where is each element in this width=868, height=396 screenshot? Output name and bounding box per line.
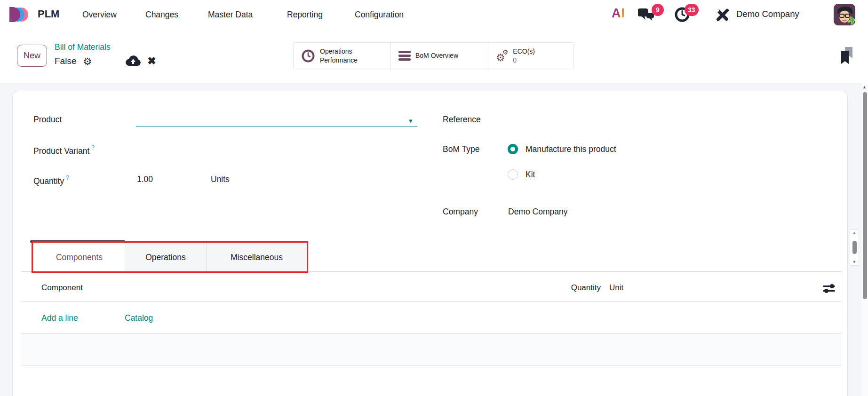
control-panel: New Bill of Materials False ⚙ ✖ <box>0 29 868 83</box>
list-icon <box>398 49 411 62</box>
eco-button[interactable]: ⚙⚙ ECO(s) 0 <box>488 43 573 69</box>
nav-item-changes[interactable]: Changes <box>145 10 178 20</box>
reference-label: Reference <box>443 115 481 125</box>
nav-item-overview[interactable]: Overview <box>82 10 117 20</box>
quantity-value[interactable]: 1.00 <box>137 174 153 184</box>
scrollbar-thumb[interactable] <box>863 92 867 299</box>
dropdown-caret-icon[interactable]: ▾ <box>409 117 413 125</box>
activities-badge: 33 <box>685 4 699 16</box>
stat-label: Performance <box>320 56 358 64</box>
column-header-unit[interactable]: Unit <box>609 283 623 293</box>
product-variant-label: Product Variant? <box>33 144 95 156</box>
record-name: False <box>55 56 76 66</box>
discard-icon[interactable]: ✖ <box>147 56 156 66</box>
odoo-logo-icon[interactable] <box>7 5 28 24</box>
gear-actions-icon[interactable]: ⚙ <box>83 56 92 66</box>
company-value[interactable]: Demo Company <box>508 207 567 217</box>
stat-label: ECO(s) <box>513 48 535 55</box>
operations-performance-button[interactable]: Operations Performance <box>294 43 391 69</box>
quantity-label: Quantity? <box>33 174 69 186</box>
stat-label: BoM Overview <box>415 51 458 60</box>
ai-icon[interactable]: AI <box>612 6 625 21</box>
catalog-link[interactable]: Catalog <box>125 313 153 323</box>
top-navbar: PLM Overview Changes Master Data Reporti… <box>0 0 868 29</box>
nav-item-master-data[interactable]: Master Data <box>208 10 253 20</box>
quantity-unit[interactable]: Units <box>211 174 230 184</box>
column-header-component[interactable]: Component <box>41 283 83 293</box>
scrollbar-thumb[interactable] <box>852 241 857 254</box>
table-divider <box>21 301 842 302</box>
radio-checked-icon[interactable] <box>508 144 518 154</box>
scroll-up-icon[interactable]: ▲ <box>852 230 857 235</box>
add-line-link[interactable]: Add a line <box>41 313 78 323</box>
tab-operations[interactable]: Operations <box>125 243 207 272</box>
stat-button-group: Operations Performance BoM Overview ⚙⚙ E… <box>293 42 574 69</box>
empty-list-stripe <box>21 334 842 366</box>
user-avatar[interactable]: ✈ <box>834 4 855 25</box>
form-sheet: Product ▾ Product Variant? Quantity? 1.0… <box>12 91 848 396</box>
product-label: Product <box>33 115 62 125</box>
company-label: Company <box>443 207 478 217</box>
bom-type-option-kit[interactable]: Kit <box>508 169 535 180</box>
browser-scrollbar[interactable]: ▲ <box>861 83 868 396</box>
save-cloud-icon[interactable] <box>126 55 141 67</box>
gears-icon: ⚙⚙ <box>496 49 508 63</box>
content-area: Product ▾ Product Variant? Quantity? 1.0… <box>0 83 868 396</box>
tools-icon[interactable] <box>714 8 730 23</box>
help-icon: ? <box>91 144 95 151</box>
messages-badge: 9 <box>652 4 664 16</box>
plm-app-window: PLM Overview Changes Master Data Reporti… <box>0 0 868 396</box>
nav-item-reporting[interactable]: Reporting <box>287 10 323 20</box>
tabs-divider <box>21 271 842 272</box>
inner-scrollbar[interactable]: ▲ ▼ <box>850 229 859 266</box>
new-button[interactable]: New <box>17 45 47 67</box>
tab-components[interactable]: Components <box>33 243 125 272</box>
clock-icon <box>301 49 315 63</box>
bom-overview-button[interactable]: BoM Overview <box>391 43 488 69</box>
out-of-office-plane-icon: ✈ <box>846 13 855 25</box>
breadcrumb[interactable]: Bill of Materials <box>55 42 111 52</box>
column-header-quantity[interactable]: Quantity <box>542 283 601 293</box>
stat-label: Operations <box>320 48 352 55</box>
help-icon: ? <box>66 174 69 181</box>
scroll-up-icon[interactable]: ▲ <box>862 85 867 89</box>
bookmark-icon[interactable] <box>837 46 857 68</box>
app-name[interactable]: PLM <box>38 8 59 20</box>
radio-unchecked-icon[interactable] <box>508 169 518 180</box>
scroll-down-icon[interactable]: ▼ <box>852 260 857 264</box>
tab-miscellaneous[interactable]: Miscellaneous <box>207 243 307 272</box>
product-input[interactable] <box>136 112 417 127</box>
optional-columns-icon[interactable] <box>823 284 835 293</box>
bom-type-label: BoM Type <box>443 144 479 154</box>
stat-value: 0 <box>513 56 517 64</box>
nav-item-configuration[interactable]: Configuration <box>355 10 404 20</box>
bom-type-option-manufacture[interactable]: Manufacture this product <box>508 144 616 154</box>
company-switcher[interactable]: Demo Company <box>736 9 799 19</box>
